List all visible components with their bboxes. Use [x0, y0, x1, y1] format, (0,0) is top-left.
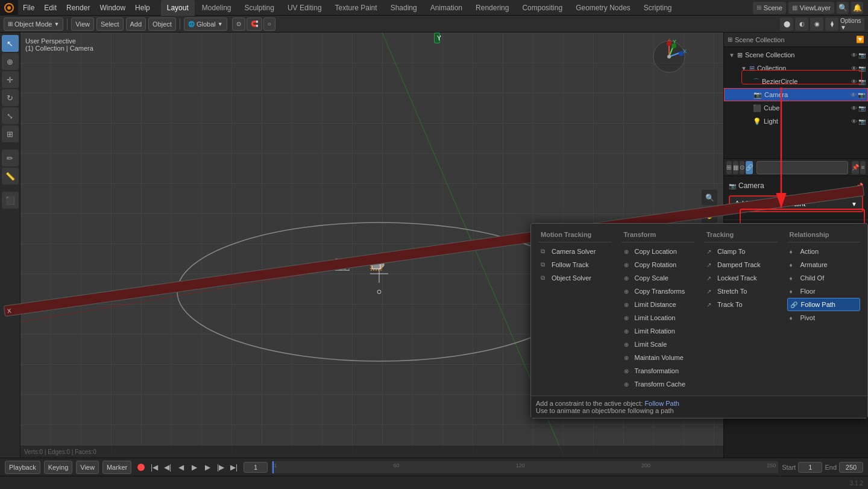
- transform-selector[interactable]: 🌐 Global ▼: [184, 17, 227, 31]
- constraint-follow-track[interactable]: ⧉ Follow Track: [538, 258, 612, 271]
- tab-shading[interactable]: Shading: [385, 0, 423, 16]
- collection-render-icon[interactable]: 📷: [858, 65, 866, 72]
- props-renderlayer-icon[interactable]: ▦: [733, 161, 738, 174]
- snapping-btn[interactable]: 🧲: [247, 17, 262, 31]
- tab-uv-editing[interactable]: UV Editing: [281, 0, 328, 16]
- options-btn[interactable]: Options ▼: [840, 17, 864, 31]
- select-tool[interactable]: ↖: [2, 35, 19, 52]
- view-timeline-menu[interactable]: View: [76, 461, 99, 474]
- timeline-track[interactable]: 1 60 120 200 250: [271, 461, 778, 473]
- tab-rendering[interactable]: Rendering: [470, 0, 515, 16]
- outliner-filter-icon[interactable]: 🔽: [856, 36, 864, 43]
- tab-animation[interactable]: Animation: [424, 0, 468, 16]
- object-menu[interactable]: Object: [148, 17, 176, 31]
- viewport-shading-material[interactable]: ◐: [795, 17, 808, 31]
- constraint-limit-distance[interactable]: ⊕ Limit Distance: [621, 298, 695, 311]
- end-frame-field[interactable]: 250: [839, 462, 863, 473]
- eye-icon[interactable]: 👁: [851, 52, 857, 58]
- tab-scripting[interactable]: Scripting: [638, 0, 678, 16]
- constraint-maintain-volume[interactable]: ⊕ Maintain Volume: [621, 351, 695, 364]
- menu-file[interactable]: File: [18, 0, 39, 16]
- menu-edit[interactable]: Edit: [39, 0, 61, 16]
- constraint-child-of[interactable]: ♦ Child Of: [787, 271, 861, 285]
- outliner-camera[interactable]: 📷 Camera 👁 📷: [724, 88, 868, 101]
- constraint-follow-path[interactable]: 🔗 Follow Path: [787, 298, 861, 311]
- tab-compositing[interactable]: Compositing: [516, 0, 568, 16]
- constraint-copy-transforms[interactable]: ⊕ Copy Transforms: [621, 285, 695, 298]
- props-extra-icon[interactable]: ≡: [860, 161, 866, 174]
- constraint-object-solver[interactable]: ⧉ Object Solver: [538, 271, 612, 285]
- collection-eye-icon[interactable]: 👁: [851, 65, 857, 72]
- tab-texture-paint[interactable]: Texture Paint: [329, 0, 383, 16]
- constraint-pivot[interactable]: ♦ Pivot: [787, 311, 861, 324]
- next-frame-btn[interactable]: ▶: [201, 461, 213, 473]
- constraint-limit-scale[interactable]: ⊕ Limit Scale: [621, 338, 695, 351]
- next-keyframe-btn[interactable]: |▶: [215, 461, 227, 473]
- view-layer-selector[interactable]: ▦ ViewLayer: [788, 2, 834, 14]
- viewport-shading-rendered[interactable]: ◉: [810, 17, 823, 31]
- constraint-limit-rotation[interactable]: ⊕ Limit Rotation: [621, 324, 695, 338]
- bezier-render-icon[interactable]: 📷: [858, 78, 866, 85]
- constraint-copy-rotation[interactable]: ⊕ Copy Rotation: [621, 258, 695, 271]
- rotate-tool[interactable]: ↻: [2, 89, 19, 106]
- tab-modeling[interactable]: Modeling: [196, 0, 237, 16]
- tab-sculpting[interactable]: Sculpting: [239, 0, 280, 16]
- outliner-cube[interactable]: ⬛ Cube 👁 📷: [724, 101, 868, 115]
- props-scene-icon[interactable]: ⊞: [726, 161, 732, 174]
- outliner-collection[interactable]: ▼ ⊞ Collection 👁 📷: [724, 62, 868, 75]
- light-eye-icon[interactable]: 👁: [851, 118, 857, 125]
- move-tool[interactable]: ✛: [2, 71, 19, 88]
- menu-window[interactable]: Window: [95, 0, 130, 16]
- props-pin-icon[interactable]: 📌: [852, 161, 859, 174]
- constraint-armature[interactable]: ♦ Armature: [787, 258, 861, 271]
- cursor-tool[interactable]: ⊕: [2, 53, 19, 70]
- notifications-icon[interactable]: 🔔: [851, 2, 863, 14]
- render-icon[interactable]: 📷: [858, 52, 866, 58]
- outliner-light[interactable]: 💡 Light 👁 📷: [724, 115, 868, 128]
- constraint-floor[interactable]: ♦ Floor: [787, 285, 861, 298]
- constraint-stretch-to[interactable]: ↗ Stretch To: [704, 285, 778, 298]
- scene-selector[interactable]: ⊞ Scene: [753, 2, 786, 14]
- constraint-transform-cache[interactable]: ⊕ Transform Cache: [621, 377, 695, 391]
- select-menu[interactable]: Select: [96, 17, 124, 31]
- view-menu[interactable]: View: [71, 17, 94, 31]
- camera-render-icon[interactable]: 📷: [858, 92, 865, 98]
- record-btn[interactable]: [137, 464, 145, 471]
- playback-menu[interactable]: Playback: [5, 461, 40, 474]
- tab-geometry-nodes[interactable]: Geometry Nodes: [570, 0, 637, 16]
- scale-tool[interactable]: ⤡: [2, 107, 19, 124]
- constraint-locked-track[interactable]: ↗ Locked Track: [704, 271, 778, 285]
- props-object-constraint-icon[interactable]: 🔗: [746, 161, 753, 174]
- prev-frame-btn[interactable]: ◀: [175, 461, 187, 473]
- keying-menu[interactable]: Keying: [44, 461, 73, 474]
- add-cube-tool[interactable]: ⬛: [2, 192, 19, 209]
- proportional-btn[interactable]: ○: [263, 17, 275, 31]
- jump-start-btn[interactable]: |◀: [148, 461, 160, 473]
- menu-help[interactable]: Help: [130, 0, 155, 16]
- transform-tool[interactable]: ⊞: [2, 125, 19, 142]
- camera-eye-icon[interactable]: 👁: [851, 92, 857, 98]
- constraint-camera-solver[interactable]: ⧉ Camera Solver: [538, 245, 612, 258]
- constraint-track-to[interactable]: ↗ Track To: [704, 298, 778, 311]
- add-menu[interactable]: Add: [126, 17, 146, 31]
- props-view3d-icon[interactable]: ⊙: [740, 161, 745, 174]
- cube-render-icon[interactable]: 📷: [858, 105, 866, 112]
- tab-layout[interactable]: Layout: [161, 0, 195, 16]
- play-btn[interactable]: ▶: [188, 461, 200, 473]
- annotate-tool[interactable]: ✏: [2, 150, 19, 166]
- menu-render[interactable]: Render: [61, 0, 95, 16]
- mode-selector[interactable]: ⊞ Object Mode ▼: [4, 17, 63, 31]
- constraint-transformation[interactable]: ⊗ Transformation: [621, 364, 695, 377]
- constraint-action[interactable]: ♦ Action: [787, 245, 861, 258]
- jump-end-btn[interactable]: ▶|: [228, 461, 240, 473]
- outliner-bezier-circle[interactable]: ⌒ BezierCircle 👁 📷: [724, 75, 868, 88]
- search-icon[interactable]: 🔍: [837, 2, 849, 14]
- start-frame-field[interactable]: 1: [798, 462, 822, 473]
- constraint-copy-location[interactable]: ⊕ Copy Location: [621, 245, 695, 258]
- constraint-copy-scale[interactable]: ⊕ Copy Scale: [621, 271, 695, 285]
- constraint-clamp-to[interactable]: ↗ Clamp To: [704, 245, 778, 258]
- marker-menu[interactable]: Marker: [102, 461, 131, 474]
- bezier-eye-icon[interactable]: 👁: [851, 78, 857, 85]
- pivot-point-btn[interactable]: ⊙: [232, 17, 245, 31]
- light-render-icon[interactable]: 📷: [858, 118, 866, 125]
